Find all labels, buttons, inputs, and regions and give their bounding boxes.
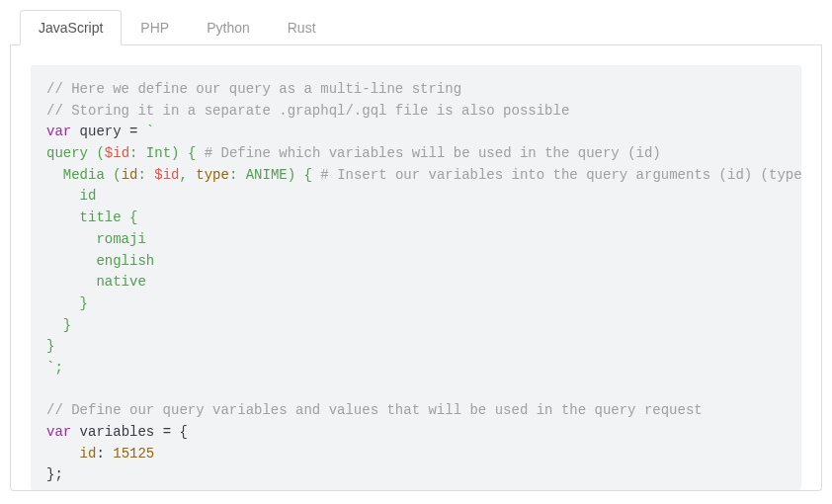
code-string: id xyxy=(46,188,96,204)
code-punc: : xyxy=(96,446,113,462)
code-ident-query: query xyxy=(71,124,129,139)
code-block: // Here we define our query as a multi-l… xyxy=(31,65,801,490)
code-string: ` xyxy=(146,124,154,139)
code-string: ( xyxy=(96,145,104,161)
tab-javascript[interactable]: JavaScript xyxy=(20,10,122,45)
code-punc: = { xyxy=(163,424,188,440)
code-comment: // Define our query variables and values… xyxy=(46,402,703,418)
code-gql-arg: type xyxy=(196,167,229,183)
code-string: } xyxy=(46,338,54,354)
code-string: title { xyxy=(46,210,137,225)
code-gql-var: $id xyxy=(154,167,179,183)
code-gql-comment: # Insert our variables into the query ar… xyxy=(320,167,801,183)
code-string: `; xyxy=(46,360,63,376)
code-gql-var: $id xyxy=(105,145,129,161)
code-string: } xyxy=(46,295,88,311)
code-comment: // Here we define our query as a multi-l… xyxy=(46,81,461,97)
code-number: 15125 xyxy=(113,446,154,462)
code-blank xyxy=(46,381,54,397)
code-string: query xyxy=(46,145,96,161)
code-string: ( xyxy=(113,167,121,183)
code-string: romaji xyxy=(46,231,146,247)
tab-python[interactable]: Python xyxy=(188,10,269,45)
code-gql-type: Int xyxy=(146,145,171,161)
language-tabs: JavaScript PHP Python Rust xyxy=(10,10,822,45)
code-string: english xyxy=(46,253,154,269)
code-string: native xyxy=(46,274,146,290)
code-string: } xyxy=(46,317,71,333)
code-ident-variables: variables xyxy=(71,424,162,440)
tab-php[interactable]: PHP xyxy=(122,10,188,45)
code-keyword-var: var xyxy=(46,124,71,139)
code-panel: // Here we define our query as a multi-l… xyxy=(10,45,822,491)
code-string: : xyxy=(129,145,146,161)
code-keyword-var: var xyxy=(46,424,71,440)
code-obj-key: id xyxy=(46,446,96,462)
tab-rust[interactable]: Rust xyxy=(269,10,335,45)
code-string: ) { xyxy=(171,145,205,161)
code-string: : xyxy=(137,167,154,183)
code-string: Media xyxy=(46,167,113,183)
code-gql-comment: # Define which variables will be used in… xyxy=(205,145,661,161)
code-gql-arg: id xyxy=(122,167,138,183)
code-punc: = xyxy=(129,124,146,139)
code-punc: }; xyxy=(46,466,63,482)
code-comment: // Storing it in a separate .graphql/.gq… xyxy=(46,103,569,119)
code-string: : xyxy=(229,167,246,183)
code-string: ) { xyxy=(288,167,321,183)
code-string: , xyxy=(179,167,196,183)
code-gql-enum: ANIME xyxy=(246,167,288,183)
